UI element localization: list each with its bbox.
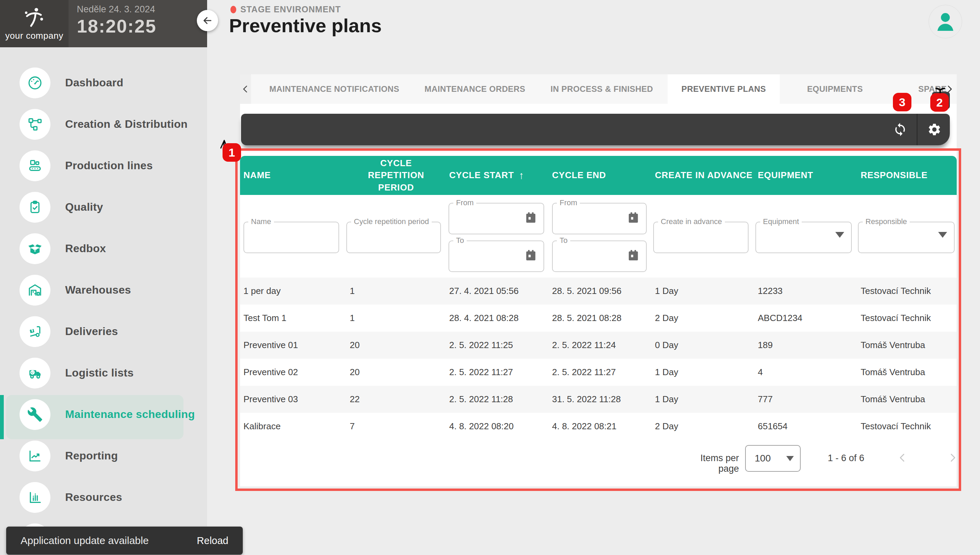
column-header-cycle-end[interactable]: CYCLE END <box>549 156 652 195</box>
sidebar-item-reporting[interactable]: Reporting <box>0 435 207 476</box>
sidebar-item-label: Redbox <box>65 242 106 255</box>
current-time: 18:20:25 <box>77 15 156 37</box>
cell-create-in-advance: 2 Day <box>652 413 755 440</box>
cell-responsible: Tomáš Ventruba <box>857 359 957 386</box>
table-row[interactable]: 1 per day 1 27. 4. 2021 05:56 28. 5. 202… <box>240 278 957 305</box>
table-toolbar <box>241 114 950 145</box>
annotation-badge-1: 1 <box>222 143 241 162</box>
cell-equipment: 189 <box>755 332 857 359</box>
network-icon <box>19 109 50 140</box>
back-button[interactable] <box>197 10 218 31</box>
cell-create-in-advance: 0 Day <box>652 332 755 359</box>
sidebar-item-dashboard[interactable]: Dashboard <box>0 62 207 103</box>
refresh-button[interactable] <box>883 114 917 145</box>
calendar-icon[interactable] <box>524 210 538 225</box>
person-icon <box>933 9 958 34</box>
cell-cycle-end: 28. 5. 2021 09:56 <box>549 278 652 305</box>
line-chart-icon <box>19 441 50 472</box>
column-header-cycle-repetition-period[interactable]: CYCLE REPETITION PERIOD <box>346 156 446 195</box>
cell-equipment: ABCD1234 <box>755 305 857 332</box>
sidebar-item-production-lines[interactable]: Production lines <box>0 145 207 186</box>
equipment-filter-select[interactable]: Equipment <box>755 222 852 253</box>
handtruck-icon <box>19 316 50 347</box>
tab-preventive-plans[interactable]: PREVENTIVE PLANS <box>668 74 780 104</box>
sidebar-item-logistic-lists[interactable]: Logistic lists <box>0 352 207 394</box>
sidebar-item-label: Warehouses <box>65 284 131 296</box>
cell-cycle-repetition: 20 <box>346 359 446 386</box>
sidebar-item-creation-distribution[interactable]: Creation & Distribution <box>0 103 207 145</box>
sidebar-item-maintenance-scheduling[interactable]: Maintenance scheduling <box>0 394 207 435</box>
create-in-advance-filter-label: Create in advance <box>658 217 725 226</box>
sidebar-item-label: Quality <box>65 201 103 213</box>
cycle-start-from-input[interactable]: From <box>449 203 544 234</box>
cycle-end-from-label: From <box>557 198 580 207</box>
items-per-page-select[interactable]: 100 <box>745 445 801 472</box>
column-header-name[interactable]: NAME <box>240 156 346 195</box>
gear-icon <box>927 122 941 137</box>
cell-equipment: 651654 <box>755 413 857 440</box>
tab-maintenance-orders[interactable]: MAINTENANCE ORDERS <box>413 74 537 104</box>
cycle-end-to-input[interactable]: To <box>552 241 647 272</box>
next-page-button[interactable] <box>946 451 959 465</box>
app-root: Dashboard Creation & Distribution Produc… <box>0 0 980 555</box>
sidebar-item-redbox[interactable]: Redbox <box>0 228 207 269</box>
name-filter-input[interactable]: Name <box>243 222 339 253</box>
tab-in-process-finished[interactable]: IN PROCESS & FINISHED <box>542 74 662 104</box>
sidebar-item-deliveries[interactable]: Deliveries <box>0 311 207 352</box>
cell-cycle-end: 2. 5. 2022 11:24 <box>549 332 652 359</box>
current-date: Neděle 24. 3. 2024 <box>77 4 156 15</box>
reload-button[interactable]: Reload <box>197 535 229 547</box>
column-label: CYCLE REPETITION PERIOD <box>357 157 436 193</box>
cycle-repetition-filter-label: Cycle repetition period <box>351 217 432 226</box>
cycle-start-to-input[interactable]: To <box>449 241 544 272</box>
column-header-cycle-start[interactable]: CYCLE START↑ <box>446 156 549 195</box>
tab-maintenance-notifications[interactable]: MAINTENANCE NOTIFICATIONS <box>269 74 399 104</box>
column-label: RESPONSIBLE <box>861 169 927 181</box>
cell-create-in-advance: 2 Day <box>652 305 755 332</box>
cell-responsible: Tomáš Ventruba <box>857 332 957 359</box>
responsible-filter-select[interactable]: Responsible <box>858 222 954 253</box>
open-box-icon <box>19 233 50 264</box>
refresh-icon <box>893 122 907 137</box>
sidebar-item-label: Resources <box>65 491 122 504</box>
create-in-advance-filter-input[interactable]: Create in advance <box>653 222 748 253</box>
environment-label: STAGE ENVIRONMENT <box>240 5 341 14</box>
sidebar-item-label: Dashboard <box>65 76 124 89</box>
column-label: CREATE IN ADVANCE <box>655 169 753 181</box>
cell-responsible: Tomáš Ventruba <box>857 386 957 413</box>
column-header-responsible[interactable]: RESPONSIBLE <box>857 156 957 195</box>
tabs-scroll-left-button[interactable] <box>240 74 251 104</box>
cycle-repetition-filter-input[interactable]: Cycle repetition period <box>346 222 441 253</box>
table-row[interactable]: Test Tom 1 1 28. 4. 2021 08:28 28. 5. 20… <box>240 305 957 332</box>
column-header-create-in-advance[interactable]: CREATE IN ADVANCE <box>652 156 755 195</box>
previous-page-button[interactable] <box>896 451 909 465</box>
tabs-bar: PREVENTIVE PLANS MAINTENANCE NOTIFICATIO… <box>240 74 957 104</box>
sidebar-item-quality[interactable]: Quality <box>0 186 207 228</box>
settings-button[interactable] <box>917 114 951 145</box>
table-row[interactable]: Kalibrace 7 4. 8. 2022 08:20 4. 8. 2022 … <box>240 413 957 440</box>
speedometer-icon <box>19 67 50 98</box>
cell-cycle-start: 27. 4. 2021 05:56 <box>446 278 549 305</box>
sidebar-item-resources[interactable]: Resources <box>0 476 207 518</box>
cell-create-in-advance: 1 Day <box>652 386 755 413</box>
sidebar: Dashboard Creation & Distribution Produc… <box>0 47 207 555</box>
sidebar-item-warehouses[interactable]: Warehouses <box>0 269 207 311</box>
user-avatar[interactable] <box>929 5 962 38</box>
table-row[interactable]: Preventive 01 20 2. 5. 2022 11:25 2. 5. … <box>240 332 957 359</box>
calendar-icon[interactable] <box>626 210 640 225</box>
calendar-icon[interactable] <box>626 248 640 263</box>
tab-equipments[interactable]: EQUIPMENTS <box>789 74 881 104</box>
column-header-equipment[interactable]: EQUIPMENT <box>755 156 857 195</box>
items-per-page-label: Items per page <box>677 453 739 474</box>
cell-name: Kalibrace <box>240 413 346 440</box>
sidebar-item-label: Production lines <box>65 159 153 172</box>
arrow-left-icon <box>202 15 213 26</box>
column-label: CYCLE START <box>449 169 514 181</box>
cycle-end-from-input[interactable]: From <box>552 203 647 234</box>
update-toast: Application update available Reload <box>6 526 243 555</box>
calendar-icon[interactable] <box>524 248 538 263</box>
table-row[interactable]: Preventive 03 22 2. 5. 2022 11:28 31. 5.… <box>240 386 957 413</box>
truck-icon <box>19 358 50 388</box>
tab-label: PREVENTIVE PLANS <box>681 84 766 94</box>
table-row[interactable]: Preventive 02 20 2. 5. 2022 11:27 2. 5. … <box>240 359 957 386</box>
